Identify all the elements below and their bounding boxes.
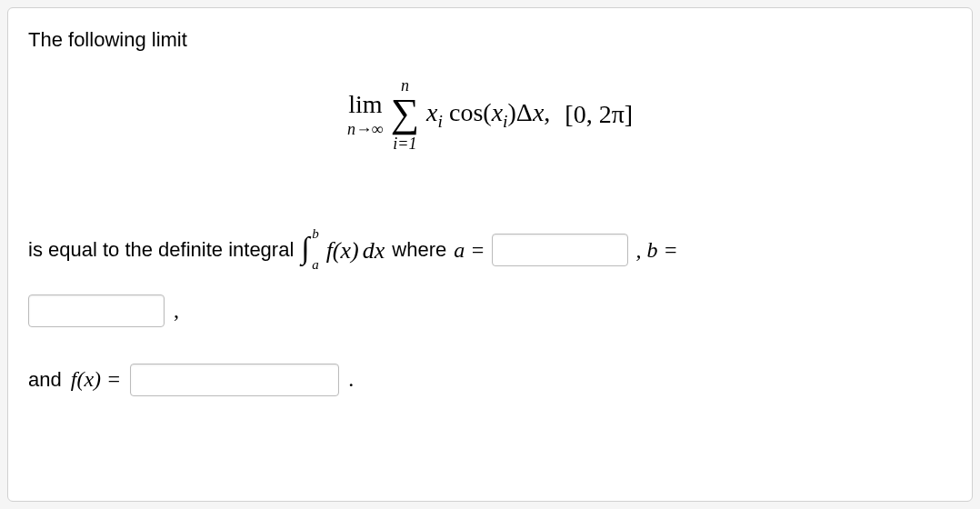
problem-container: The following limit lim n→∞ n ∑ i=1 xi c… [7, 7, 973, 502]
integral-symbol: ∫ [301, 231, 309, 264]
comma-after-b: , [174, 298, 179, 323]
final-period: . [348, 367, 354, 392]
summand-expression: xi cos(xi)Δx, [426, 98, 550, 132]
close-delta: )Δ [508, 98, 533, 126]
integral-expression: ∫ b a f(x) dx [301, 225, 385, 276]
integral-lower: a [312, 250, 319, 280]
intro-text: The following limit [28, 28, 952, 52]
lim-word: lim [348, 92, 382, 117]
integral-dx: dx [363, 225, 385, 276]
lim-subscript: n→∞ [347, 121, 384, 137]
a-equals-label: a = [454, 226, 485, 274]
a-input[interactable] [492, 234, 628, 266]
b-equals-label: , b = [635, 226, 677, 274]
interval-text: [0, 2π] [565, 100, 633, 129]
fx-input-line: and f(x) = . [28, 364, 952, 396]
sigma-symbol: ∑ [391, 95, 419, 132]
xi-var: x [426, 98, 437, 126]
b-input[interactable] [28, 294, 165, 327]
integral-upper: b [312, 219, 319, 249]
integral-line: is equal to the definite integral ∫ b a … [28, 225, 952, 276]
fx-input[interactable] [130, 364, 339, 396]
where-text: where [392, 228, 446, 272]
dx-x: x [533, 98, 544, 126]
b-input-line: , [28, 294, 952, 327]
line2-pre-text: is equal to the definite integral [28, 228, 294, 272]
cos-open: cos( [443, 98, 492, 126]
and-text: and [28, 368, 62, 392]
summand-comma: , [544, 98, 550, 126]
sum-operator: n ∑ i=1 [391, 77, 419, 152]
fx-equals-label: f(x) = [71, 367, 122, 392]
sum-lower: i=1 [393, 135, 416, 152]
xi2-var: x [492, 98, 503, 126]
limit-expression: lim n→∞ n ∑ i=1 xi cos(xi)Δx, [0, 2π] [28, 77, 952, 152]
lim-operator: lim n→∞ [347, 92, 384, 137]
integral-fx: f(x) [326, 225, 359, 276]
